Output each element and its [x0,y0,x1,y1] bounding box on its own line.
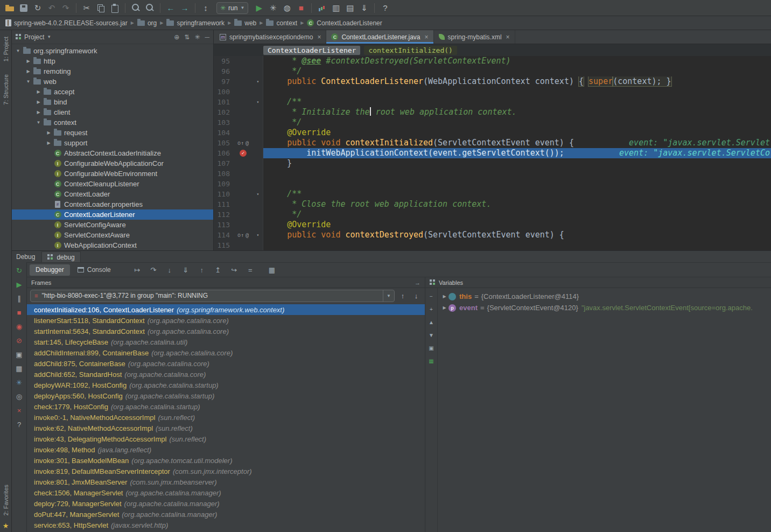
stack-frame-deployapps-560[interactable]: deployApps:560, HostConfig(org.apache.ca… [27,390,425,401]
chevron-down-icon[interactable]: ▼ [383,290,394,302]
tree-item-client[interactable]: ▶client [12,107,213,117]
step-into-icon[interactable]: ↓ [165,266,174,274]
code-line-108[interactable]: 108 [214,169,771,179]
next-frame-button[interactable]: ↓ [411,290,422,301]
code-line-113[interactable]: 113 @Override [214,220,771,230]
database-icon[interactable]: ▤ [344,2,356,15]
stack-frame-invoke-43[interactable]: invoke:43, DelegatingMethodAccessorImpl(… [27,433,425,444]
pin-icon[interactable]: ◎ [13,391,25,402]
gear-icon[interactable]: ✳ [194,33,200,41]
code-text[interactable]: * @see #contextDestroyed(ServletContextE… [263,56,771,66]
run-config-combo[interactable]: ✳run▼ [216,2,248,14]
redo-icon[interactable]: ↷ [59,2,72,15]
tree-item-accept[interactable]: ▶accept [12,87,213,97]
stack-frame-check-1506[interactable]: check:1506, ManagerServlet(org.apache.ca… [27,487,425,498]
stack-frame-listenerstart-5118[interactable]: listenerStart:5118, StandardContext(org.… [27,315,425,326]
rerun-icon[interactable]: ↻ [13,265,25,276]
code-line-109[interactable]: 109 [214,179,771,189]
chevron-right-icon[interactable]: ▶ [45,141,53,145]
find-icon[interactable] [129,2,142,15]
tab-spring-mybatis-xml[interactable]: spring-mybatis.xml× [434,30,515,44]
tab-contextloaderlistener-java[interactable]: CContextLoaderListener.java× [326,30,433,44]
tree-item-webapplicationcontext[interactable]: IWebApplicationContext [12,240,213,250]
settings-icon[interactable]: ✳ [13,377,25,388]
stack-frame-deploywar-1092[interactable]: deployWAR:1092, HostConfig(org.apache.ca… [27,380,425,390]
save-all-icon[interactable] [17,2,30,15]
monitor-icon[interactable] [316,2,328,15]
close-icon[interactable]: × [13,405,25,416]
step-over-icon[interactable]: ↷ [149,266,158,274]
code-text[interactable]: @Override [263,220,771,230]
stack-frame-invoke-801[interactable]: invoke:801, JmxMBeanServer(com.sun.jmx.m… [27,477,425,487]
restore-layout-icon[interactable]: ▦ [13,363,25,374]
code-text[interactable]: */ [263,117,771,128]
stack-frame-contextinitialized-106[interactable]: contextInitialized:106, ContextLoaderLis… [27,304,425,315]
deploy-icon[interactable]: ⇓ [358,2,370,15]
thread-selector[interactable]: ≡ "http-bio-8080-exec-1"@3,772 in group … [30,290,395,302]
help-icon[interactable]: ? [379,2,391,15]
code-text[interactable]: public void contextDestroyed(ServletCont… [263,230,771,240]
mute-breakpoints-icon[interactable]: ⊘ [13,335,25,346]
breadcrumb-item-contextloaderlistener[interactable]: CContextLoaderListener [306,19,383,27]
watch-view-icon[interactable]: ▦ [429,358,433,364]
tree-item-org-springframework[interactable]: ▼org.springframework [12,46,213,56]
tree-item-bind[interactable]: ▶bind [12,97,213,107]
resume-icon[interactable]: ▶ [13,279,25,290]
stack-frame-check-1779[interactable]: check:1779, HostConfig(org.apache.catali… [27,401,425,412]
code-text[interactable] [263,87,771,97]
run-icon[interactable]: ▶ [253,2,265,15]
annotation-icon[interactable]: @ [246,138,249,148]
code-text[interactable] [263,179,771,189]
hide-panel-icon[interactable]: ─ [205,33,209,41]
override-method-icon[interactable]: o↑ [237,138,244,148]
stack-frame-startinternal-5634[interactable]: startInternal:5634, StandardContext(org.… [27,326,425,337]
stack-frame-invoke-62[interactable]: invoke:62, NativeMethodAccessorImpl(sun.… [27,423,425,433]
stack-frame-invoke-819[interactable]: invoke:819, DefaultMBeanServerIntercepto… [27,466,425,477]
tree-item-abstractcontextloaderinitialize[interactable]: CAbstractContextLoaderInitialize [12,148,213,158]
chevron-right-icon[interactable]: ▶ [34,89,43,94]
code-line-110[interactable]: 110▾ /** [214,189,771,199]
copy-icon[interactable] [94,2,107,15]
code-line-114[interactable]: 114o↑@▾ public void contextDestroyed(Ser… [214,230,771,240]
code-line-112[interactable]: 112 */ [214,209,771,220]
fold-icon[interactable]: ▾ [254,230,262,240]
chevron-down-icon[interactable]: ▼ [34,120,43,125]
code-text[interactable]: * Close the root web application context… [263,199,771,209]
code-line-96[interactable]: 96 */ [214,66,771,76]
undo-icon[interactable]: ↶ [45,2,58,15]
code-line-106[interactable]: 106✓ initWebApplicationContext(event.get… [214,148,771,158]
code-text[interactable]: /** [263,189,771,199]
collapse-all-icon[interactable]: ⇅ [184,33,190,41]
code-text[interactable] [263,240,771,250]
code-area[interactable]: 95 * @see #contextDestroyed(ServletConte… [214,56,771,250]
tree-item-contextloader[interactable]: CContextLoader [12,189,213,199]
thread-dump-icon[interactable]: ▣ [13,349,25,360]
tree-item-configurablewebapplicationcor[interactable]: IConfigurableWebApplicationCor [12,158,213,169]
paste-icon[interactable] [108,2,121,15]
stack-frame-addchildinternal-899[interactable]: addChildInternal:899, ContainerBase(org.… [27,347,425,358]
force-step-into-icon[interactable]: ⇓ [181,266,191,274]
fold-icon[interactable]: ▾ [254,189,262,199]
hide-frames-icon[interactable]: → [415,279,420,286]
chevron-right-icon[interactable]: ▶ [24,59,32,64]
tree-item-web[interactable]: ▼web [12,76,213,87]
code-line-115[interactable]: 115 [214,240,771,250]
chevron-right-icon[interactable]: ▶ [440,305,448,310]
tree-item-configurablewebenvironment[interactable]: IConfigurableWebEnvironment [12,169,213,179]
breadcrumb-item-spring-web-4-0-2-release-sources-jar[interactable]: spring-web-4.0.2.RELEASE-sources.jar [4,19,129,27]
tree-item-contextloaderlistener[interactable]: CContextLoaderListener [12,209,213,220]
code-text[interactable]: /** [263,97,771,107]
profile-icon[interactable]: ◍ [281,2,293,15]
stack-frame-start-145[interactable]: start:145, LifecycleBase(org.apache.cata… [27,337,425,347]
tab-debugger[interactable]: Debugger [30,264,70,276]
code-line-95[interactable]: 95 * @see #contextDestroyed(ServletConte… [214,56,771,66]
code-text[interactable]: */ [263,66,771,76]
chevron-right-icon[interactable]: ▶ [440,294,448,299]
evaluate-expression-icon[interactable]: = [246,266,255,274]
fold-icon[interactable]: ▾ [254,76,262,87]
collapse-icon[interactable]: − [430,293,433,299]
tool-button-project[interactable]: 1: Project [3,37,9,61]
tab-console[interactable]: Console [72,264,117,276]
variable-row-event[interactable]: ▶pevent={ServletContextEvent@4120}"javax… [438,302,771,313]
chevron-right-icon[interactable]: ▶ [24,69,32,74]
